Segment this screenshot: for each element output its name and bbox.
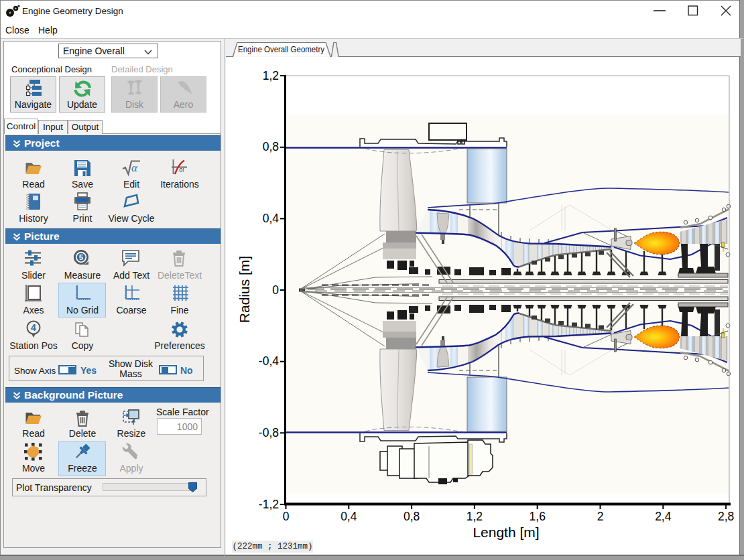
- svg-text:-1,2: -1,2: [259, 498, 279, 511]
- svg-text:1,6: 1,6: [530, 510, 546, 523]
- svg-text:-0,8: -0,8: [259, 426, 279, 439]
- svg-text:0,4: 0,4: [340, 510, 357, 523]
- svg-text:-0,4: -0,4: [259, 354, 279, 368]
- svg-text:2,4: 2,4: [655, 510, 672, 523]
- svg-text:0: 0: [283, 510, 290, 523]
- svg-text:α: α: [131, 161, 138, 174]
- svg-text:1,2: 1,2: [263, 69, 279, 82]
- svg-text:0,4: 0,4: [263, 212, 280, 225]
- svg-text:4: 4: [31, 322, 36, 333]
- svg-text:0: 0: [272, 283, 279, 297]
- svg-text:0,8: 0,8: [404, 510, 420, 523]
- svg-text:0,8: 0,8: [263, 140, 279, 153]
- svg-text:0!: 0!: [180, 167, 184, 173]
- svg-text:2: 2: [597, 510, 604, 523]
- svg-text:Radius [m]: Radius [m]: [237, 256, 252, 323]
- svg-text:2,8: 2,8: [718, 510, 734, 523]
- svg-text:5: 5: [79, 253, 84, 261]
- svg-text:Length [m]: Length [m]: [473, 524, 539, 540]
- svg-text:1,2: 1,2: [467, 510, 483, 523]
